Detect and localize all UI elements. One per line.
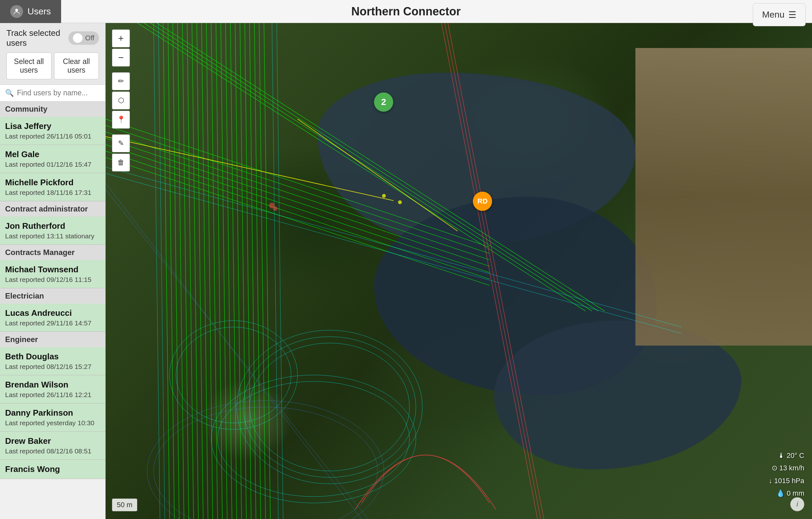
wind: ⊙ 13 km/h (769, 462, 804, 474)
svg-point-0 (16, 9, 18, 11)
user-status: Last reported 26/11/16 12:21 (5, 391, 100, 399)
user-name: Francis Wong (5, 464, 100, 474)
search-row: 🔍 (0, 85, 105, 102)
user-status: Last reported 08/12/16 15:27 (5, 363, 100, 371)
toggle-thumb (73, 33, 83, 43)
user-item[interactable]: Michael TownsendLast reported 09/12/16 1… (0, 260, 105, 288)
user-status: Last reported 18/11/16 17:31 (5, 189, 100, 197)
user-name: Michael Townsend (5, 265, 100, 275)
user-status: Last reported 26/11/16 05:01 (5, 133, 100, 140)
user-status: Last reported 29/11/16 14:57 (5, 319, 100, 327)
user-item[interactable]: Mel GaleLast reported 01/12/16 15:47 (0, 145, 105, 173)
zoom-out-button[interactable]: − (112, 49, 130, 66)
user-item[interactable]: Lucas AndreucciLast reported 29/11/16 14… (0, 304, 105, 332)
temperature: 🌡 20° C (769, 449, 804, 462)
user-name: Beth Douglas (5, 352, 100, 362)
pin-button[interactable]: 📍 (112, 111, 130, 128)
action-buttons: Select all users Clear all users (6, 53, 99, 79)
category-header: Contract administrator (0, 201, 105, 217)
user-name: Michelle Pickford (5, 178, 100, 188)
user-name: Brendan Wilson (5, 380, 100, 390)
delete-button[interactable]: 🗑 (112, 153, 130, 172)
user-item[interactable]: Brendan WilsonLast reported 26/11/16 12:… (0, 375, 105, 403)
page-title: Northern Connector (351, 5, 461, 18)
user-item[interactable]: Francis Wong (0, 460, 105, 479)
marker-label: 2 (381, 97, 386, 107)
map-area: + − ✏ ⬡ 📍 ✎ 🗑 2 RD 50 m 🌡 20° C ⊙ 13 km/… (106, 23, 812, 519)
toggle-label: Off (85, 34, 94, 42)
user-item[interactable]: Jon RutherfordLast reported 13:11 statio… (0, 217, 105, 245)
avatar-icon (10, 5, 23, 18)
clear-all-button[interactable]: Clear all users (54, 53, 99, 79)
search-input[interactable] (17, 89, 100, 97)
track-toggle[interactable]: Off (68, 31, 99, 45)
search-icon: 🔍 (5, 89, 14, 97)
marker-label: RD (477, 197, 488, 205)
user-status: Last reported yesterday 10:30 (5, 419, 100, 427)
user-name: Danny Parkinson (5, 408, 100, 418)
user-item[interactable]: Danny ParkinsonLast reported yesterday 1… (0, 403, 105, 432)
info-button[interactable]: i (790, 497, 804, 511)
scale-bar: 50 m (112, 498, 137, 511)
track-row: Track selected users Off (6, 28, 99, 48)
map-controls: + − ✏ ⬡ 📍 ✎ 🗑 (112, 29, 130, 172)
menu-button-label: Menu (762, 9, 784, 20)
category-header: Electrician (0, 288, 105, 304)
info-icon: i (796, 500, 798, 509)
user-status: Last reported 13:11 stationary (5, 232, 100, 240)
user-item[interactable]: Michelle PickfordLast reported 18/11/16 … (0, 173, 105, 201)
user-status: Last reported 09/12/16 11:15 (5, 276, 100, 284)
marker-orange-rd[interactable]: RD (473, 192, 492, 211)
weather-widget: 🌡 20° C ⊙ 13 km/h ↓ 1015 hPa 💧 0 mm (769, 449, 804, 500)
user-status: Last reported 08/12/16 08:51 (5, 447, 100, 455)
user-item[interactable]: Drew BakerLast reported 08/12/16 08:51 (0, 432, 105, 460)
category-header: Community (0, 102, 105, 117)
user-item[interactable]: Beth DouglasLast reported 08/12/16 15:27 (0, 347, 105, 375)
marker-green-2[interactable]: 2 (374, 92, 393, 112)
select-all-button[interactable]: Select all users (6, 53, 52, 79)
hamburger-icon: ☰ (788, 9, 796, 20)
user-name: Mel Gale (5, 149, 100, 160)
category-header: Engineer (0, 332, 105, 347)
header: Users Northern Connector Menu ☰ (0, 0, 812, 23)
pressure: ↓ 1015 hPa (769, 474, 804, 487)
users-button[interactable]: Users (0, 0, 61, 23)
draw-polygon-button[interactable]: ⬡ (112, 91, 130, 109)
user-list: CommunityLisa JefferyLast reported 26/11… (0, 102, 105, 479)
user-status: Last reported 01/12/16 15:47 (5, 161, 100, 168)
draw-line-button[interactable]: ✏ (112, 72, 130, 90)
track-label: Track selected users (6, 28, 68, 48)
user-name: Lisa Jeffery (5, 121, 100, 131)
user-name: Lucas Andreucci (5, 308, 100, 318)
users-button-label: Users (28, 6, 51, 17)
user-item[interactable]: Lisa JefferyLast reported 26/11/16 05:01 (0, 117, 105, 145)
sidebar-toolbar: Track selected users Off Select all user… (0, 23, 105, 85)
sand-area (635, 48, 812, 346)
map-background: + − ✏ ⬡ 📍 ✎ 🗑 2 RD 50 m 🌡 20° C ⊙ 13 km/… (106, 23, 812, 519)
sidebar: Track selected users Off Select all user… (0, 23, 106, 519)
zoom-in-button[interactable]: + (112, 29, 130, 47)
user-name: Drew Baker (5, 436, 100, 446)
menu-button[interactable]: Menu ☰ (753, 3, 806, 26)
edit-button[interactable]: ✎ (112, 135, 130, 152)
user-name: Jon Rutherford (5, 221, 100, 231)
category-header: Contracts Manager (0, 245, 105, 260)
scale-label: 50 m (117, 501, 133, 509)
